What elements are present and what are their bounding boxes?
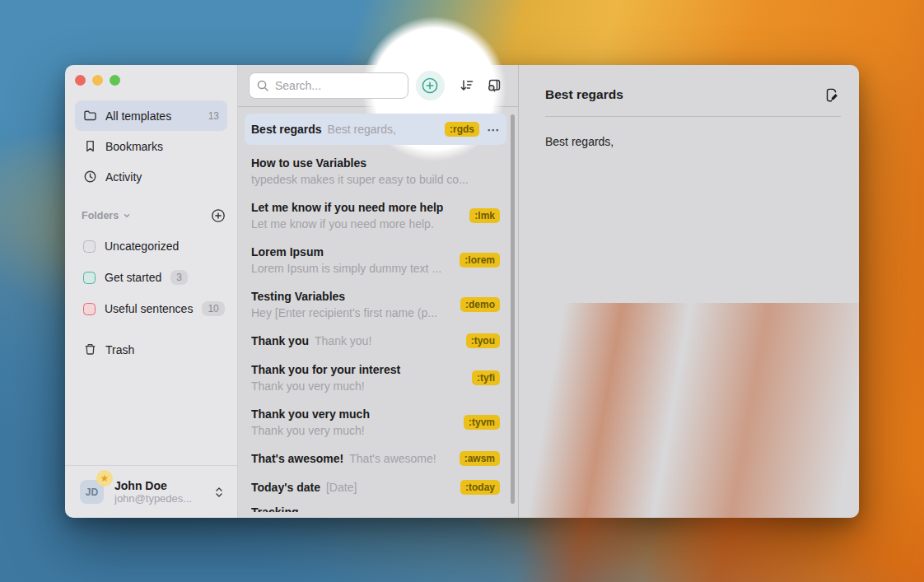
shortcut-badge: :tyvm bbox=[464, 415, 500, 430]
folder-item-uncategorized[interactable]: Uncategorized bbox=[75, 230, 227, 262]
template-list-item-thank-you-very-much[interactable]: Thank you very much Thank you very much!… bbox=[245, 403, 506, 440]
template-list: Best regards Best regards, :rgds ⋯ How t… bbox=[238, 106, 518, 512]
shortcut-badge: :lmk bbox=[469, 208, 500, 223]
chevron-up-down-icon bbox=[214, 486, 226, 499]
user-email: john@typedes... bbox=[114, 492, 203, 505]
template-title: Today's date bbox=[251, 481, 320, 494]
avatar-initials: JD bbox=[80, 480, 104, 504]
template-title: How to use Variables bbox=[251, 156, 500, 170]
sidebar-item-trash[interactable]: Trash bbox=[75, 334, 227, 365]
folder-icon bbox=[83, 109, 97, 123]
folder-label: Useful sentences bbox=[105, 302, 193, 315]
add-folder-button[interactable] bbox=[211, 208, 226, 223]
shortcut-badge: :rgds bbox=[445, 122, 479, 137]
sidebar-item-label: Activity bbox=[105, 170, 219, 184]
template-list-item-thank-you-interest[interactable]: Thank you for your interest Thank you ve… bbox=[245, 359, 506, 396]
folders-collapse-toggle[interactable]: Folders bbox=[82, 210, 131, 221]
sort-descending-icon bbox=[459, 77, 475, 94]
template-title: That's awesome! bbox=[251, 452, 343, 465]
template-list-item-thats-awesome[interactable]: That's awesome! That's awesome! :awsm bbox=[245, 448, 506, 469]
shortcut-badge: :tyou bbox=[466, 333, 500, 348]
shortcut-badge: :today bbox=[460, 480, 500, 495]
clock-icon bbox=[83, 170, 97, 184]
detail-body: Best regards, bbox=[545, 133, 836, 150]
fullscreen-window-button[interactable] bbox=[110, 75, 120, 86]
sidebar-item-bookmarks[interactable]: Bookmarks bbox=[75, 131, 227, 161]
template-list-item-best-regards[interactable]: Best regards Best regards, :rgds ⋯ bbox=[245, 114, 506, 145]
template-preview: That's awesome! bbox=[349, 452, 436, 465]
list-toolbar bbox=[238, 65, 518, 106]
sidebar-item-all-templates[interactable]: All templates 13 bbox=[75, 100, 227, 131]
template-title: Testing Variables bbox=[251, 290, 454, 303]
sort-button[interactable] bbox=[455, 73, 479, 98]
template-list-item-thank-you[interactable]: Thank you Thank you! :tyou bbox=[245, 330, 506, 352]
document-edit-icon bbox=[823, 86, 840, 104]
template-detail-panel: Best regards Best regards, bbox=[518, 65, 859, 518]
template-title: Tracking bbox=[251, 505, 500, 512]
template-preview: Lorem Ipsum is simply dummy text ... bbox=[251, 262, 453, 275]
template-preview: Hey [Enter recipient's first name (p... bbox=[251, 306, 454, 319]
folder-item-get-started[interactable]: Get started 3 bbox=[75, 262, 227, 293]
folders-section-header: Folders bbox=[82, 207, 226, 224]
app-window: All templates 13 Bookmarks Activity bbox=[65, 65, 859, 518]
sidebar-item-label: All templates bbox=[105, 109, 200, 123]
shortcut-badge: :lorem bbox=[460, 253, 500, 268]
folder-color-chip bbox=[83, 240, 96, 253]
template-list-item-lorem-ipsum[interactable]: Lorem Ipsum Lorem Ipsum is simply dummy … bbox=[245, 241, 506, 278]
minimize-window-button[interactable] bbox=[92, 75, 103, 86]
avatar: JD ★ bbox=[80, 480, 104, 504]
close-window-button[interactable] bbox=[75, 75, 86, 86]
circle-plus-icon bbox=[421, 77, 439, 95]
sidebar-item-count: 13 bbox=[208, 110, 219, 122]
folder-count: 10 bbox=[202, 301, 224, 316]
folder-item-useful-sentences[interactable]: Useful sentences 10 bbox=[75, 293, 227, 324]
bookmark-icon bbox=[83, 139, 97, 153]
sidebar-item-activity[interactable]: Activity bbox=[75, 161, 227, 192]
more-options-button[interactable]: ⋯ bbox=[487, 123, 500, 136]
template-title: Thank you for your interest bbox=[251, 363, 465, 376]
template-preview: Best regards, bbox=[328, 123, 396, 136]
template-list-item-todays-date[interactable]: Today's date [Date] :today bbox=[245, 477, 506, 498]
template-list-item-clipped[interactable]: Tracking bbox=[245, 505, 506, 512]
search-input[interactable] bbox=[249, 72, 408, 99]
detail-divider bbox=[545, 116, 841, 117]
sidebar: All templates 13 Bookmarks Activity bbox=[65, 65, 238, 518]
account-switcher[interactable]: JD ★ John Doe john@typedes... bbox=[65, 465, 237, 518]
template-title: Lorem Ipsum bbox=[251, 245, 453, 258]
template-list-panel: Best regards Best regards, :rgds ⋯ How t… bbox=[238, 65, 518, 518]
template-list-item-let-me-know[interactable]: Let me know if you need more help Let me… bbox=[245, 197, 506, 234]
template-preview: [Date] bbox=[326, 481, 357, 494]
search-panel-icon bbox=[486, 77, 502, 94]
sidebar-item-label: Trash bbox=[105, 343, 219, 356]
chevron-down-icon bbox=[123, 212, 131, 220]
template-preview: Thank you very much! bbox=[251, 379, 465, 393]
user-name: John Doe bbox=[114, 479, 203, 492]
folder-color-chip bbox=[83, 303, 96, 315]
search-field bbox=[249, 72, 408, 99]
template-title: Best regards bbox=[251, 123, 322, 136]
quick-search-window-button[interactable] bbox=[483, 73, 506, 98]
folders-section-label: Folders bbox=[82, 210, 119, 221]
template-list-item-testing-variables[interactable]: Testing Variables Hey [Enter recipient's… bbox=[245, 286, 506, 323]
desktop-wallpaper: All templates 13 Bookmarks Activity bbox=[0, 0, 924, 582]
template-title: Let me know if you need more help bbox=[251, 201, 463, 214]
user-info: John Doe john@typedes... bbox=[114, 479, 203, 505]
new-template-button[interactable] bbox=[416, 71, 445, 100]
template-preview: Thank you! bbox=[315, 334, 371, 347]
folder-label: Uncategorized bbox=[105, 240, 179, 253]
edit-template-button[interactable] bbox=[821, 85, 841, 105]
star-badge-icon: ★ bbox=[96, 470, 113, 487]
shortcut-badge: :tyfi bbox=[472, 370, 500, 385]
window-controls bbox=[75, 75, 120, 86]
list-scrollbar[interactable] bbox=[511, 114, 515, 504]
circle-plus-icon bbox=[211, 208, 226, 223]
shortcut-badge: :awsm bbox=[460, 451, 500, 466]
sidebar-item-label: Bookmarks bbox=[105, 140, 219, 153]
folder-count: 3 bbox=[170, 270, 188, 285]
folder-label: Get started bbox=[105, 271, 161, 284]
folder-color-chip bbox=[83, 272, 96, 284]
template-list-item-how-to-use-variables[interactable]: How to use Variables typedesk makes it s… bbox=[245, 152, 506, 189]
sidebar-nav: All templates 13 Bookmarks Activity bbox=[75, 100, 227, 192]
template-preview: Let me know if you need more help. bbox=[251, 217, 463, 230]
detail-title: Best regards bbox=[545, 87, 821, 102]
